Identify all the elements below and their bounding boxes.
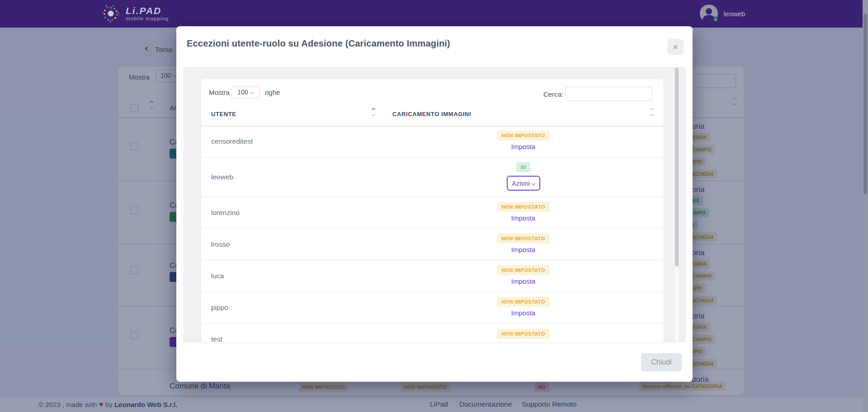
sort-icons-utente[interactable] <box>372 108 375 116</box>
table-row: luca NON IMPOSTATO Imposta <box>201 260 664 292</box>
page-size-select[interactable]: 100 <box>231 86 260 98</box>
azioni-dropdown[interactable]: Azioni <box>507 176 540 191</box>
sort-asc-icon <box>651 108 654 112</box>
brand[interactable]: Li.PAD mobile mapping <box>100 3 169 24</box>
brand-tagline: mobile mapping <box>126 16 169 21</box>
modal-title: Eccezioni utente-ruolo su Adesione (Cari… <box>187 38 450 49</box>
imposta-link[interactable]: Imposta <box>511 309 535 317</box>
page-size-value: 100 <box>237 89 248 96</box>
modal-table-card: Mostra 100 righe Cerca: UTENTE CARICAMEN… <box>201 79 664 342</box>
user-cell: leoweb <box>211 173 233 181</box>
user-cell: pippo <box>211 304 228 312</box>
status-badge: NON IMPOSTATO <box>497 202 549 212</box>
sort-desc-icon <box>651 112 654 116</box>
imposta-link[interactable]: Imposta <box>511 246 535 253</box>
table-row: test NON IMPOSTATO <box>201 323 664 342</box>
column-header-caricamento: CARICAMENTO IMMAGINI <box>392 111 471 117</box>
user-avatar-icon <box>700 5 718 23</box>
imposta-link[interactable]: Imposta <box>511 277 535 285</box>
app-root: Torna Mostra 100 Al Co C <box>0 0 868 412</box>
table-row: lorenzino NON IMPOSTATO Imposta <box>201 197 664 229</box>
user-cell: luca <box>211 272 224 280</box>
user-cell: test <box>211 335 222 342</box>
imposta-link[interactable]: Imposta <box>511 214 535 222</box>
username-label: leoweb <box>723 10 745 18</box>
status-badge: NON IMPOSTATO <box>497 265 549 275</box>
sort-asc-icon <box>372 108 375 112</box>
cerca-label: Cerca: <box>543 90 563 98</box>
status-badge: NON IMPOSTATO <box>497 131 549 140</box>
sort-desc-icon <box>372 112 375 116</box>
close-icon[interactable]: × <box>667 39 684 55</box>
status-badge: NON IMPOSTATO <box>497 234 549 243</box>
imposta-link[interactable]: Imposta <box>511 143 535 150</box>
sort-icons-caricamento[interactable] <box>651 108 654 116</box>
table-row: censoreditest NON IMPOSTATO Imposta <box>201 126 664 158</box>
status-badge: NON IMPOSTATO <box>497 329 549 339</box>
chevron-down-icon <box>532 181 535 185</box>
navbar: Li.PAD mobile mapping leoweb <box>0 0 863 28</box>
status-badge: SI <box>516 162 530 172</box>
brand-title: Li.PAD <box>126 6 169 15</box>
modal-scrollbar-thumb[interactable] <box>675 68 679 267</box>
chiudi-button[interactable]: Chiudi <box>641 353 682 371</box>
mostra-label: Mostra <box>209 89 230 96</box>
user-cell: lorenzino <box>211 209 240 217</box>
table-row: lrosso NON IMPOSTATO Imposta <box>201 229 664 260</box>
user-cell: censoreditest <box>211 137 253 145</box>
righe-label: righe <box>265 89 280 96</box>
chevron-down-icon <box>250 90 254 94</box>
user-menu[interactable]: leoweb <box>700 5 745 23</box>
modal-scrollbar[interactable] <box>675 68 679 342</box>
eccezioni-modal: Eccezioni utente-ruolo su Adesione (Cari… <box>176 26 693 382</box>
table-row: leoweb SI Azioni <box>201 158 664 197</box>
column-header-utente: UTENTE <box>211 111 236 117</box>
table-row: pippo NON IMPOSTATO Imposta <box>201 292 664 323</box>
lipad-logo-icon <box>100 3 121 24</box>
search-input[interactable] <box>565 87 652 101</box>
user-cell: lrosso <box>211 240 230 248</box>
status-badge: NON IMPOSTATO <box>497 297 549 307</box>
